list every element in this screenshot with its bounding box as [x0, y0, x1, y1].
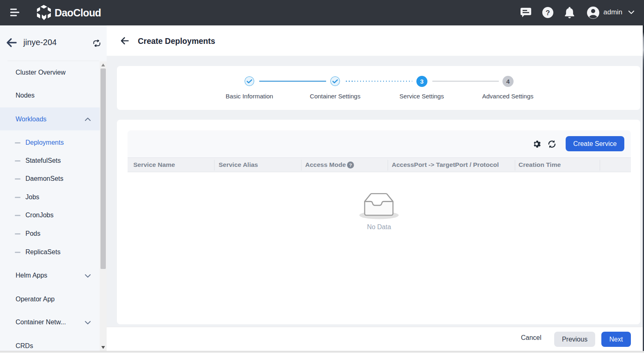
svg-text:?: ?: [349, 163, 352, 168]
svg-text:?: ?: [546, 9, 550, 17]
